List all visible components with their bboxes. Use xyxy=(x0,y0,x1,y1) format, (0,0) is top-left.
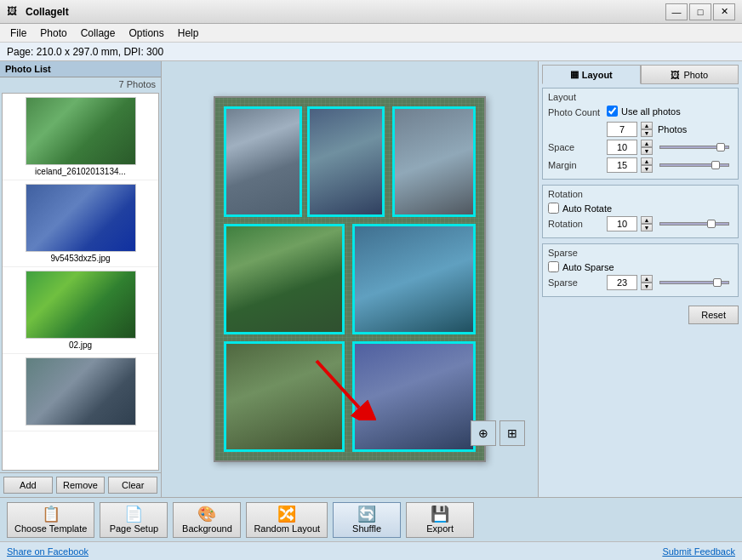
sparse-label: Sparse xyxy=(548,277,603,288)
minimize-button[interactable]: — xyxy=(665,3,688,20)
list-item[interactable]: 9v5453dxz5.jpg xyxy=(3,180,158,267)
add-button[interactable]: Add xyxy=(3,477,53,494)
margin-up[interactable]: ▲ xyxy=(641,157,653,165)
collage-cell-4[interactable] xyxy=(224,224,345,334)
page-setup-button[interactable]: 📄 Page Setup xyxy=(100,502,168,538)
sparse-input[interactable] xyxy=(607,275,637,290)
main-container: Page: 210.0 x 297.0 mm, DPI: 300 Photo L… xyxy=(0,43,742,560)
auto-rotate-row: Auto Rotate xyxy=(548,203,733,214)
photos-unit-label: Photos xyxy=(658,124,687,134)
photo-list-buttons: Add Remove Clear xyxy=(0,472,161,497)
list-item[interactable]: 02.jpg xyxy=(3,267,158,354)
sparse-section: Sparse Auto Sparse Sparse ▲ ▼ xyxy=(542,243,739,297)
collage-cell-5[interactable] xyxy=(352,224,476,334)
shuffle-icon: 🔄 xyxy=(357,506,376,522)
rotation-input[interactable] xyxy=(607,216,637,231)
rotation-down[interactable]: ▼ xyxy=(641,224,653,231)
random-layout-label: Random Layout xyxy=(254,523,320,534)
collage-cell-7[interactable] xyxy=(352,341,476,452)
use-all-photos-checkbox[interactable] xyxy=(607,106,618,117)
choose-template-button[interactable]: 📋 Choose Template xyxy=(7,502,94,538)
export-icon: 💾 xyxy=(431,506,449,522)
photo-thumbnail xyxy=(26,184,136,252)
menu-options[interactable]: Options xyxy=(122,26,170,41)
remove-button[interactable]: Remove xyxy=(56,477,106,494)
random-layout-icon: 🔀 xyxy=(277,506,296,522)
list-item[interactable]: iceland_26102013134... xyxy=(3,94,158,180)
photo-scroll-area[interactable]: iceland_26102013134... 9v5453dxz5.jpg 02… xyxy=(2,93,159,471)
photo-count-up[interactable]: ▲ xyxy=(641,122,653,129)
sparse-section-title: Sparse xyxy=(548,248,733,258)
reset-button[interactable]: Reset xyxy=(688,306,739,324)
grid-icon: ⊞ xyxy=(507,426,517,440)
close-button[interactable]: ✕ xyxy=(713,3,735,20)
background-label: Background xyxy=(182,523,232,534)
margin-slider-thumb[interactable] xyxy=(711,161,720,169)
background-button[interactable]: 🎨 Background xyxy=(173,502,241,538)
background-icon: 🎨 xyxy=(197,506,216,522)
collage-canvas[interactable] xyxy=(214,96,486,462)
menu-collage[interactable]: Collage xyxy=(74,26,123,41)
space-slider-thumb[interactable] xyxy=(716,143,725,151)
photo-list-header: Photo List xyxy=(0,61,161,77)
sparse-slider-thumb[interactable] xyxy=(713,278,722,287)
collage-cell-3[interactable] xyxy=(392,106,476,217)
share-facebook-link[interactable]: Share on Facebook xyxy=(7,546,88,557)
tab-layout[interactable]: ▦ Layout xyxy=(542,65,641,84)
app-title: Collagelt xyxy=(26,6,665,18)
bottom-toolbar: 📋 Choose Template 📄 Page Setup 🎨 Backgro… xyxy=(0,497,742,541)
photo-name: 02.jpg xyxy=(69,340,92,350)
right-tabs: ▦ Layout 🖼 Photo xyxy=(542,65,739,84)
photo-count-row: Photo Count Use all photos xyxy=(548,106,733,119)
right-panel: ▦ Layout 🖼 Photo Layout Photo Count Use … xyxy=(538,61,742,497)
menu-photo[interactable]: Photo xyxy=(33,26,73,41)
photo-thumbnail xyxy=(26,271,136,339)
list-item[interactable] xyxy=(3,354,158,431)
rotation-up[interactable]: ▲ xyxy=(641,216,653,224)
auto-sparse-label: Auto Sparse xyxy=(562,262,614,272)
photo-count-down[interactable]: ▼ xyxy=(641,129,653,137)
space-up[interactable]: ▲ xyxy=(641,140,653,147)
space-slider-track[interactable] xyxy=(659,146,729,149)
menu-file[interactable]: File xyxy=(3,26,33,41)
sparse-down[interactable]: ▼ xyxy=(641,283,653,290)
photo-count-spinner: ▲ ▼ xyxy=(641,122,653,137)
layout-section-title: Layout xyxy=(548,92,733,102)
sparse-up[interactable]: ▲ xyxy=(641,275,653,283)
margin-input[interactable] xyxy=(607,157,637,173)
photo-list-panel: Photo List 7 Photos iceland_26102013134.… xyxy=(0,61,162,497)
tab-photo[interactable]: 🖼 Photo xyxy=(641,65,739,84)
auto-sparse-checkbox[interactable] xyxy=(548,261,559,272)
clear-button[interactable]: Clear xyxy=(108,477,157,494)
auto-rotate-label: Auto Rotate xyxy=(562,203,612,214)
random-layout-button[interactable]: 🔀 Random Layout xyxy=(246,502,328,538)
collage-cell-2[interactable] xyxy=(307,106,385,217)
shuffle-button[interactable]: 🔄 Shuffle xyxy=(333,502,401,538)
maximize-button[interactable]: □ xyxy=(689,3,711,20)
rotation-slider-track[interactable] xyxy=(659,222,729,226)
photo-name: 9v5453dxz5.jpg xyxy=(50,254,110,263)
collage-cell-1[interactable] xyxy=(224,106,302,217)
menubar: File Photo Collage Options Help xyxy=(0,24,742,43)
export-button[interactable]: 💾 Export xyxy=(406,502,474,538)
auto-sparse-row: Auto Sparse xyxy=(548,261,733,272)
margin-spinner: ▲ ▼ xyxy=(641,157,653,173)
margin-slider-track[interactable] xyxy=(659,163,729,167)
sparse-slider-track[interactable] xyxy=(659,281,729,284)
export-label: Export xyxy=(426,523,454,534)
zoom-icon: ⊕ xyxy=(478,426,488,440)
space-input[interactable] xyxy=(607,140,637,155)
collage-cell-6[interactable] xyxy=(224,341,345,452)
margin-down[interactable]: ▼ xyxy=(641,165,653,173)
zoom-tool-button[interactable]: ⊕ xyxy=(471,420,496,446)
photo-count-input-row: ▲ ▼ Photos xyxy=(548,122,733,137)
submit-feedback-link[interactable]: Submit Feedback xyxy=(662,546,735,557)
photo-name: iceland_26102013134... xyxy=(35,167,126,176)
menu-help[interactable]: Help xyxy=(171,26,206,41)
auto-rotate-checkbox[interactable] xyxy=(548,203,559,214)
space-down[interactable]: ▼ xyxy=(641,147,653,155)
grid-tool-button[interactable]: ⊞ xyxy=(499,420,525,446)
rotation-slider-thumb[interactable] xyxy=(707,220,716,228)
photo-count-input[interactable] xyxy=(607,122,637,137)
photo-thumbnail xyxy=(26,357,136,426)
